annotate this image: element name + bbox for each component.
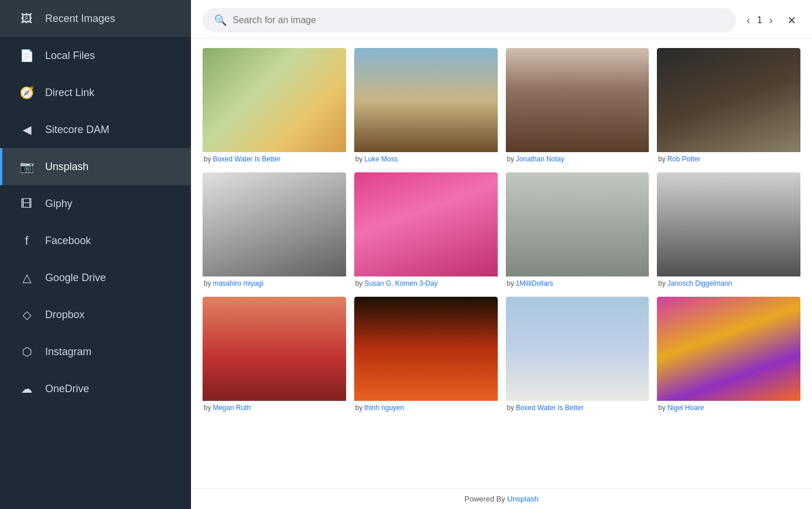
- local-files-icon: 📄: [19, 47, 35, 64]
- credit-author[interactable]: 1MilliDollars: [516, 279, 553, 287]
- image-thumb: [506, 48, 649, 152]
- image-credit: by Janosch Diggelmann: [657, 276, 800, 289]
- credit-author[interactable]: Boxed Water Is Better: [516, 404, 583, 412]
- image-thumb: [354, 297, 498, 401]
- image-card[interactable]: by Nigel Hoare: [657, 297, 800, 413]
- credit-by: by: [204, 279, 211, 287]
- search-input-wrap: 🔍: [203, 8, 736, 32]
- google-drive-icon: △: [19, 270, 35, 286]
- credit-author[interactable]: Boxed Water Is Better: [213, 155, 281, 163]
- credit-author[interactable]: Nigel Hoare: [667, 404, 704, 412]
- page-number: 1: [757, 15, 762, 25]
- recent-images-icon: 🖼: [19, 10, 35, 27]
- credit-author[interactable]: Janosch Diggelmann: [667, 279, 732, 287]
- dropbox-icon: ◇: [19, 307, 35, 323]
- sidebar-item-onedrive[interactable]: ☁ OneDrive: [0, 370, 191, 407]
- sidebar-item-unsplash[interactable]: 📷 Unsplash: [0, 148, 191, 185]
- image-grid: by Boxed Water Is Better by Luke Moss by…: [203, 48, 800, 413]
- credit-author[interactable]: Megan Ruth: [213, 404, 251, 412]
- image-credit: by Rob Potter: [657, 152, 800, 164]
- sidebar-item-sitecore-dam[interactable]: ◀ Sitecore DAM: [0, 111, 191, 148]
- sidebar-label-local-files: Local Files: [45, 50, 95, 62]
- image-card[interactable]: by Susan G. Komen 3-Day: [354, 172, 498, 289]
- main-content: 🔍 ‹ 1 › × by Boxed Water Is Better by Lu…: [191, 0, 812, 509]
- facebook-icon: f: [19, 233, 35, 249]
- sidebar-item-google-drive[interactable]: △ Google Drive: [0, 259, 191, 296]
- image-credit: by Jonathan Notay: [506, 152, 649, 164]
- sidebar-item-giphy[interactable]: 🎞 Giphy: [0, 185, 191, 222]
- image-card[interactable]: by Jonathan Notay: [506, 48, 649, 164]
- credit-by: by: [204, 404, 211, 412]
- footer-text: Powered By: [465, 495, 508, 503]
- sidebar-label-giphy: Giphy: [45, 198, 72, 210]
- search-icon: 🔍: [214, 14, 227, 27]
- sidebar-label-facebook: Facebook: [45, 235, 91, 247]
- credit-author[interactable]: Jonathan Notay: [516, 155, 564, 163]
- sidebar-label-direct-link: Direct Link: [45, 87, 94, 99]
- image-card[interactable]: by Megan Ruth: [203, 297, 346, 413]
- credit-by: by: [355, 155, 363, 163]
- credit-author[interactable]: Susan G. Komen 3-Day: [364, 279, 438, 287]
- sitecore-dam-icon: ◀: [19, 121, 35, 138]
- image-thumb: [506, 297, 649, 401]
- image-thumb: [354, 172, 498, 276]
- image-card[interactable]: by 1MilliDollars: [506, 172, 649, 289]
- sidebar-label-recent-images: Recent Images: [45, 13, 115, 25]
- sidebar-item-facebook[interactable]: f Facebook: [0, 222, 191, 259]
- image-credit: by thinh nguyen: [354, 401, 498, 413]
- credit-by: by: [658, 279, 666, 287]
- image-thumb: [203, 297, 346, 401]
- image-thumb: [657, 297, 800, 401]
- sidebar-label-dropbox: Dropbox: [45, 309, 84, 321]
- credit-author[interactable]: Rob Potter: [667, 155, 700, 163]
- image-card[interactable]: by masahiro miyagi: [203, 172, 346, 289]
- credit-by: by: [204, 155, 211, 163]
- sidebar: 🖼 Recent Images 📄 Local Files 🧭 Direct L…: [0, 0, 191, 509]
- credit-by: by: [507, 404, 515, 412]
- image-thumb: [657, 172, 800, 276]
- image-thumb: [506, 172, 649, 276]
- sidebar-item-instagram[interactable]: ⬡ Instagram: [0, 333, 191, 370]
- sidebar-label-onedrive: OneDrive: [45, 383, 89, 395]
- close-button[interactable]: ×: [783, 10, 800, 31]
- next-page-button[interactable]: ›: [766, 12, 776, 29]
- image-card[interactable]: by Janosch Diggelmann: [657, 172, 800, 289]
- credit-by: by: [507, 279, 515, 287]
- credit-author[interactable]: Luke Moss: [364, 155, 398, 163]
- sidebar-item-recent-images[interactable]: 🖼 Recent Images: [0, 0, 191, 37]
- credit-author[interactable]: thinh nguyen: [364, 404, 404, 412]
- image-card[interactable]: by Rob Potter: [657, 48, 800, 164]
- image-card[interactable]: by Boxed Water Is Better: [203, 48, 346, 164]
- unsplash-icon: 📷: [19, 158, 35, 175]
- sidebar-item-direct-link[interactable]: 🧭 Direct Link: [0, 74, 191, 111]
- sidebar-label-instagram: Instagram: [45, 346, 91, 358]
- image-card[interactable]: by thinh nguyen: [354, 297, 498, 413]
- sidebar-item-dropbox[interactable]: ◇ Dropbox: [0, 296, 191, 333]
- sidebar-item-local-files[interactable]: 📄 Local Files: [0, 37, 191, 74]
- search-input[interactable]: [233, 15, 725, 25]
- credit-by: by: [658, 404, 666, 412]
- footer: Powered By Unsplash: [191, 488, 812, 509]
- image-credit: by Boxed Water Is Better: [506, 401, 649, 413]
- pagination-controls: ‹ 1 ›: [743, 12, 776, 29]
- unsplash-link[interactable]: Unsplash: [507, 495, 538, 503]
- search-bar: 🔍 ‹ 1 › ×: [191, 0, 812, 39]
- giphy-icon: 🎞: [19, 196, 35, 212]
- prev-page-button[interactable]: ‹: [743, 12, 754, 29]
- credit-by: by: [355, 279, 363, 287]
- direct-link-icon: 🧭: [19, 84, 35, 101]
- image-card[interactable]: by Luke Moss: [354, 48, 498, 164]
- image-thumb: [203, 48, 346, 152]
- image-thumb: [203, 172, 346, 276]
- image-credit: by 1MilliDollars: [506, 276, 649, 289]
- image-credit: by Megan Ruth: [203, 401, 346, 413]
- image-credit: by Luke Moss: [354, 152, 498, 164]
- image-thumb: [354, 48, 498, 152]
- credit-author[interactable]: masahiro miyagi: [213, 279, 263, 287]
- image-card[interactable]: by Boxed Water Is Better: [506, 297, 649, 413]
- sidebar-label-unsplash: Unsplash: [45, 161, 89, 173]
- image-credit: by Susan G. Komen 3-Day: [354, 276, 498, 289]
- onedrive-icon: ☁: [19, 381, 35, 397]
- sidebar-label-sitecore-dam: Sitecore DAM: [45, 124, 109, 136]
- instagram-icon: ⬡: [19, 344, 35, 360]
